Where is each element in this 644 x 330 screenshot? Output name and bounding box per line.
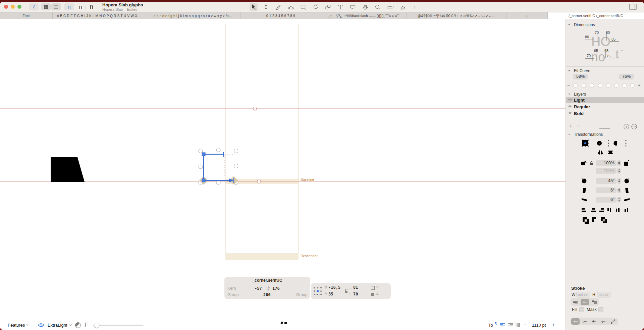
add-layer-button[interactable]: + bbox=[569, 123, 573, 129]
remove-layer-button[interactable]: − bbox=[577, 123, 580, 129]
rotate-tool[interactable] bbox=[312, 3, 320, 11]
font-info-button[interactable]: i bbox=[29, 3, 39, 10]
transform-origin-icon[interactable] bbox=[313, 286, 322, 296]
subtract-paths-icon[interactable] bbox=[591, 216, 599, 225]
fill-checkbox[interactable] bbox=[579, 307, 584, 312]
fit-curve-minus-button[interactable]: − bbox=[567, 82, 570, 88]
panel-resize-handle[interactable] bbox=[599, 128, 610, 129]
stroke-align-right-button[interactable] bbox=[590, 299, 598, 305]
minimize-button[interactable] bbox=[11, 5, 15, 9]
rotate-field[interactable]: 45° bbox=[596, 178, 616, 184]
instance-dropdown[interactable]: ExtraLight bbox=[48, 323, 72, 328]
transform-target-icon[interactable] bbox=[595, 139, 604, 148]
node-type-line-button[interactable] bbox=[571, 318, 580, 325]
fit-curve-min-field[interactable]: 58% bbox=[573, 74, 588, 79]
layer-eye-icon[interactable] bbox=[568, 98, 572, 101]
preview-slider-thumb[interactable] bbox=[94, 323, 99, 328]
fit-curve-step-8[interactable] bbox=[630, 83, 635, 88]
tab-corner-active[interactable]: /_corner.serifLC /_corner.serifUC bbox=[548, 12, 644, 19]
glyph-canvas[interactable]: Baseline Descender _corner.serifUC Kern … bbox=[0, 19, 566, 302]
flip-horizontal-icon[interactable] bbox=[597, 149, 604, 155]
rotate-ccw-icon[interactable] bbox=[581, 178, 587, 184]
flip-vertical-icon[interactable] bbox=[607, 149, 614, 155]
skew-right-icon[interactable] bbox=[624, 197, 630, 203]
group-value[interactable]: 200 bbox=[263, 292, 271, 297]
dim-uc-left[interactable]: 80 bbox=[585, 35, 589, 39]
slant-field[interactable]: 6° bbox=[596, 187, 616, 193]
scale-up-icon[interactable] bbox=[624, 160, 630, 166]
scale-h-stepper[interactable] bbox=[617, 160, 621, 166]
node-bottom-left[interactable] bbox=[202, 179, 205, 182]
scale-down-icon[interactable] bbox=[581, 160, 587, 166]
align-middle-v-icon[interactable] bbox=[614, 207, 621, 213]
zoom-window-button[interactable] bbox=[17, 5, 21, 9]
node-type-sharp-button[interactable] bbox=[581, 318, 589, 325]
transform-reference-icon[interactable] bbox=[607, 139, 627, 148]
text-cursor-mode-button[interactable]: To bbox=[488, 323, 493, 328]
measure-tool[interactable] bbox=[386, 3, 394, 11]
dim-lc-left[interactable]: 70 bbox=[587, 54, 591, 58]
grid-view-button[interactable] bbox=[41, 3, 51, 10]
features-dropdown[interactable]: Features bbox=[8, 323, 29, 328]
stroke-h-field[interactable]: not se bbox=[597, 292, 611, 297]
disclosure-icon[interactable] bbox=[568, 134, 570, 135]
fit-curve-step-6[interactable] bbox=[614, 83, 619, 88]
vertical-text-tool[interactable] bbox=[411, 3, 419, 11]
kern-right-value[interactable]: 176 bbox=[272, 286, 280, 291]
dim-lc-round-side[interactable]: 75 bbox=[606, 54, 610, 58]
disclosure-icon[interactable] bbox=[568, 94, 570, 95]
kern-left-value[interactable]: -57 bbox=[255, 286, 262, 291]
select-tool[interactable] bbox=[250, 3, 258, 11]
fit-curve-step-2[interactable] bbox=[582, 83, 586, 88]
width-value[interactable]: 81 bbox=[353, 285, 358, 290]
zoom-tool[interactable] bbox=[374, 3, 382, 11]
tab-symbols[interactable]: @&¶§©®™°¦!†‡¢ $€ £ ¥+−×÷=%‰↑↗→↘↓↙←… bbox=[407, 12, 506, 19]
tab-punctuation[interactable]: .,:;…!¡?¿· •*#///backslash -—– (){}[]„“”… bbox=[321, 12, 407, 19]
tab-lowercase[interactable]: a b c d e f g h i j k l m n o p q r s t … bbox=[145, 12, 241, 19]
height-value[interactable]: 70 bbox=[353, 292, 358, 296]
layer-row-bold[interactable]: Bold bbox=[566, 110, 644, 117]
intersect-paths-icon[interactable] bbox=[600, 216, 609, 225]
scale-v-stepper[interactable] bbox=[617, 168, 621, 174]
tab-font[interactable]: Font bbox=[0, 12, 53, 19]
transform-origin-grid[interactable] bbox=[581, 139, 590, 148]
glyph-shape[interactable] bbox=[51, 157, 85, 182]
list-view-button[interactable] bbox=[51, 3, 61, 10]
align-right-icon[interactable] bbox=[598, 207, 605, 213]
scale-h-field[interactable]: 100% bbox=[596, 160, 616, 166]
proportional-lock-icon[interactable] bbox=[589, 161, 593, 166]
align-left-lines-icon[interactable] bbox=[500, 323, 505, 327]
text-tool[interactable] bbox=[336, 3, 344, 11]
edit-view-tab-2[interactable]: n bbox=[76, 3, 85, 10]
fit-curve-step-7[interactable] bbox=[622, 83, 627, 88]
union-paths-icon[interactable] bbox=[582, 216, 590, 225]
fit-curve-step-5[interactable] bbox=[606, 83, 610, 88]
tab-digits[interactable]: 0 1 2 3 4 5 6 7 8 9 bbox=[241, 12, 321, 19]
erase-tool[interactable] bbox=[274, 3, 282, 11]
preview-slider-track[interactable] bbox=[93, 325, 144, 326]
flipped-preview-toggle[interactable]: F bbox=[85, 322, 88, 328]
sidebar-toggle-button[interactable] bbox=[629, 4, 637, 11]
edit-view-tab-3[interactable]: n bbox=[87, 3, 96, 10]
cap-height-handle[interactable] bbox=[253, 107, 257, 110]
skew-field[interactable]: 6° bbox=[596, 197, 616, 203]
scale-v-field[interactable]: 100% bbox=[596, 168, 616, 174]
fit-curve-step-3[interactable] bbox=[590, 83, 594, 88]
mask-checkbox[interactable] bbox=[598, 307, 603, 312]
fit-curve-plus-button[interactable]: + bbox=[638, 82, 641, 88]
annotation-tool[interactable] bbox=[349, 3, 357, 11]
node-type-smooth-button[interactable] bbox=[590, 318, 598, 325]
baseline-handle[interactable] bbox=[257, 180, 261, 183]
slant-left-icon[interactable] bbox=[581, 187, 588, 194]
primitives-tool[interactable] bbox=[299, 3, 307, 11]
scale-tool[interactable] bbox=[324, 3, 332, 11]
disclosure-icon[interactable] bbox=[568, 70, 570, 71]
draw-tool[interactable] bbox=[262, 3, 270, 11]
node-top-left[interactable] bbox=[202, 153, 205, 156]
stacks-tool[interactable] bbox=[398, 3, 407, 11]
layer-row-regular[interactable]: Regular bbox=[566, 104, 644, 110]
dim-lc-round-top[interactable]: 65 bbox=[604, 49, 608, 53]
skew-stepper[interactable] bbox=[617, 197, 621, 203]
zoom-out-button[interactable]: − bbox=[524, 322, 527, 328]
layer-eye-icon[interactable] bbox=[568, 112, 572, 115]
